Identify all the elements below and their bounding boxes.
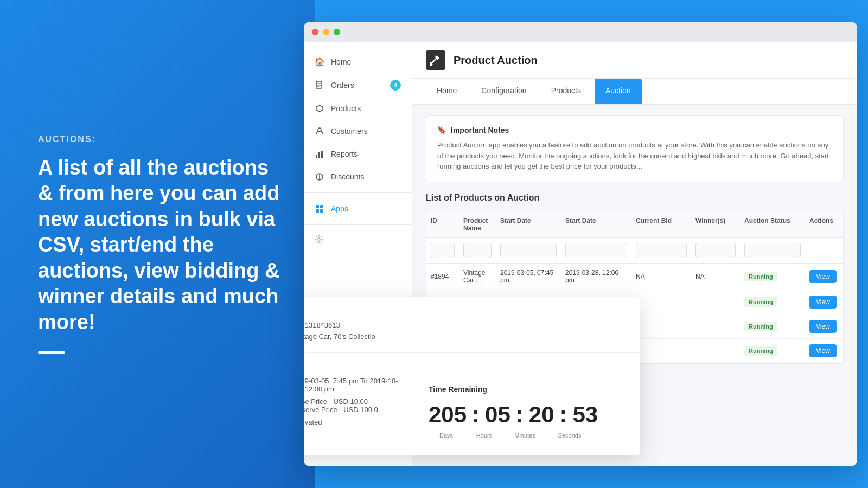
popup-proxy-bidding-value: Activated (304, 418, 322, 426)
tab-configuration[interactable]: Configuration (470, 79, 537, 104)
col-product-name: Product Name (459, 211, 496, 237)
left-divider (38, 351, 65, 354)
section-header: List of Products on Auction (426, 193, 844, 203)
view-button[interactable]: View (809, 320, 837, 333)
status-badge: Running (744, 272, 777, 281)
filter-product-name[interactable] (463, 243, 492, 258)
sidebar-settings (304, 229, 412, 249)
filter-current-bid[interactable] (636, 243, 687, 258)
cell-current-bid: NA (631, 267, 691, 286)
view-button[interactable]: View (809, 270, 837, 283)
svg-rect-8 (321, 151, 323, 158)
popup-proxy-bidding-field: Proxy Bidding - Activated (304, 418, 407, 426)
popup-time-duration-field: Time Duration - 2019-03-05, 7:45 pm To 2… (304, 377, 407, 393)
timer-title: Time Remaining (429, 385, 618, 394)
cell-id: #1894 (426, 267, 459, 286)
notes-title: 🔖 Important Notes (437, 126, 832, 134)
status-badge: Running (744, 297, 777, 307)
cell-winners (691, 297, 740, 307)
cell-current-bid (631, 321, 691, 332)
tab-products[interactable]: Products (540, 79, 592, 104)
popup-product-name-field: Product Name - Vintage Car, 70's Collect… (304, 332, 629, 341)
cell-winners (691, 345, 740, 356)
filter-id[interactable] (431, 243, 455, 258)
filter-start-date[interactable] (500, 243, 557, 258)
timer-left: Time Duration - 2019-03-05, 7:45 pm To 2… (304, 377, 407, 447)
col-start-date: Start Date (496, 211, 561, 237)
cell-status: Running (740, 341, 805, 361)
header-title: Product Auction (454, 54, 538, 67)
left-panel: AUCTIONS: A list of all the auctions & f… (0, 0, 315, 488)
sidebar-item-home[interactable]: 🏠 Home (304, 50, 412, 73)
svg-rect-7 (318, 152, 320, 158)
svg-rect-11 (316, 205, 319, 208)
cell-current-bid (631, 345, 691, 356)
notes-text: Product Auction app enables you a featur… (437, 140, 832, 172)
popup-time-duration-value: 2019-03-05, 7:45 pm To 2019-10-01, 12:00… (304, 377, 407, 393)
cell-action: View (805, 314, 843, 338)
filter-end-date[interactable] (565, 243, 627, 258)
cell-winners (691, 321, 740, 332)
sidebar-label-discounts: Discounts (331, 172, 364, 181)
browser-maximize-dot[interactable] (334, 29, 340, 35)
app-tabs: Home Configuration Products Auction (412, 79, 857, 105)
col-actions: Actions (805, 211, 843, 237)
customers-icon (315, 126, 324, 136)
cell-action: View (805, 339, 843, 363)
timer-colon-1: : (472, 402, 480, 428)
svg-point-5 (318, 128, 321, 131)
table-header: ID Product Name Start Date Start Date Cu… (426, 211, 843, 238)
sidebar-label-home: Home (331, 57, 351, 66)
col-end-date: Start Date (561, 211, 631, 237)
cell-end-date: 2019-03-28, 12:00 pm (561, 264, 631, 290)
timer-minutes: 20 (529, 402, 554, 428)
timer-day-label: Days (429, 432, 464, 439)
orders-icon (315, 80, 324, 90)
app-window: 🏠 Home Orders 4 Products Custo (304, 22, 857, 466)
sidebar-item-orders[interactable]: Orders 4 (304, 73, 412, 97)
notes-icon: 🔖 (437, 126, 446, 134)
product-popup: Product Details Product ID - #4613184361… (304, 297, 640, 455)
browser-chrome (304, 22, 857, 42)
timer-labels: Days Hours Minutes Seconds (429, 432, 618, 439)
cell-status: Running (740, 292, 805, 312)
popup-product-details: Product Details Product ID - #4613184361… (304, 297, 640, 353)
sidebar-divider-2 (304, 224, 412, 225)
cell-product-name: Vintage Car ... (459, 264, 496, 290)
sidebar-item-discounts[interactable]: Discounts (304, 165, 412, 188)
tab-home[interactable]: Home (426, 79, 468, 104)
sidebar-item-reports[interactable]: Reports (304, 143, 412, 165)
popup-product-id-value: #46131843613 (304, 321, 340, 329)
app-header: Product Auction (412, 42, 857, 79)
discounts-icon (315, 172, 324, 182)
cell-start-date: 2019-03-05, 07:45 pm (496, 264, 561, 290)
sidebar-label-products: Products (331, 104, 361, 113)
timer-seconds-label: Seconds (551, 432, 589, 439)
status-badge: Running (744, 346, 777, 356)
sidebar-item-customers[interactable]: Customers (304, 120, 412, 143)
filter-winners[interactable] (695, 243, 736, 258)
col-status: Auction Status (740, 211, 805, 237)
timer-seconds: 53 (573, 402, 598, 428)
home-icon: 🏠 (315, 57, 324, 67)
timer-section: Time Duration - 2019-03-05, 7:45 pm To 2… (304, 377, 629, 447)
sidebar-item-products[interactable]: Products (304, 97, 412, 120)
orders-badge: 4 (390, 80, 401, 91)
timer-minutes-label: Minutes (505, 432, 545, 439)
header-icon (426, 50, 445, 70)
browser-minimize-dot[interactable] (323, 29, 329, 35)
timer-right: Time Remaining 205 : 05 : 20 : 53 Days H… (418, 377, 629, 447)
filter-status[interactable] (744, 243, 801, 258)
table-row: #1894 Vintage Car ... 2019-03-05, 07:45 … (426, 264, 843, 290)
sidebar-item-apps[interactable]: Apps (304, 197, 412, 220)
col-current-bid: Current Bid (631, 211, 691, 237)
tab-auction[interactable]: Auction (595, 79, 642, 104)
popup-product-name-value: Vintage Car, 70's Collectio (304, 332, 375, 341)
sidebar-divider (304, 192, 412, 193)
view-button[interactable]: View (809, 344, 837, 357)
cell-winners: NA (691, 267, 740, 286)
cell-action: View (805, 265, 843, 288)
notes-box: 🔖 Important Notes Product Auction app en… (426, 115, 844, 182)
view-button[interactable]: View (809, 296, 837, 309)
browser-close-dot[interactable] (312, 29, 318, 35)
